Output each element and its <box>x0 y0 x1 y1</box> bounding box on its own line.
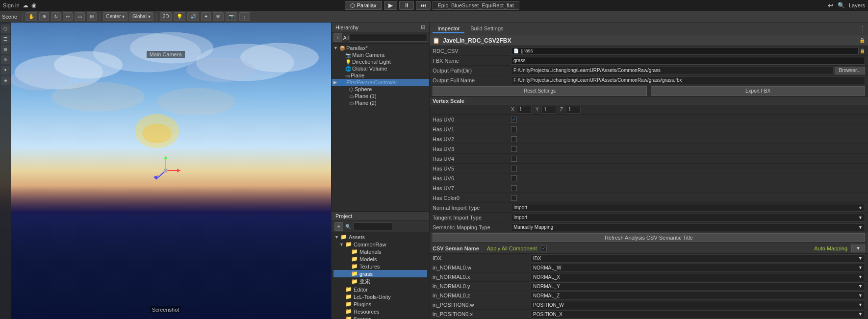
hand-tool[interactable]: ✋ <box>26 12 37 21</box>
rotate-tool[interactable]: ↻ <box>51 12 61 21</box>
nz-left: in_NORMAL0.z <box>433 293 531 298</box>
lt-btn-6[interactable]: ◈ <box>1 76 10 85</box>
pivot-btn[interactable]: Center ▾ <box>103 12 128 21</box>
tree-item-maincamera[interactable]: 📷 Main Camera <box>332 51 429 58</box>
tab-buildsettings[interactable]: Build Settings <box>465 25 508 33</box>
lt-btn-4[interactable]: ⊕ <box>1 55 10 64</box>
uv4-checkbox[interactable] <box>511 156 517 162</box>
analytics-icon[interactable]: ◉ <box>31 2 36 9</box>
rdccsv-lock[interactable]: 🔒 <box>860 49 865 53</box>
camera-btn[interactable]: 📷 <box>226 12 237 21</box>
project-add-btn[interactable]: + <box>334 222 343 231</box>
hide-btn[interactable]: 👁 <box>213 12 224 21</box>
uv1-checkbox[interactable] <box>511 126 517 132</box>
proj-lcl[interactable]: 📁 LcL-Tools-Unity <box>333 293 427 300</box>
pause-button[interactable]: ⏸ <box>399 1 414 10</box>
tree-item-plane2[interactable]: ▭ Plane (2) <box>332 99 429 106</box>
rdccsv-field[interactable]: 📄 grass <box>511 47 859 55</box>
play-button[interactable]: ▶ <box>384 1 397 10</box>
proj-textures[interactable]: 📁 Textures <box>333 263 427 270</box>
project-tab[interactable]: Epic_BlueSunset_EquiRect_flat <box>433 1 519 10</box>
sign-in-btn[interactable]: Sign in <box>3 2 20 8</box>
tree-item-parallax[interactable]: ▼ 📦 Parallax* <box>332 45 429 51</box>
lt-btn-3[interactable]: ⊞ <box>1 45 10 54</box>
scale-tool[interactable]: ⇔ <box>63 12 73 21</box>
uv5-checkbox[interactable] <box>511 166 517 172</box>
proj-grass[interactable]: 📁 grass <box>333 270 427 277</box>
step-button[interactable]: ⏭ <box>416 1 431 10</box>
hier-add-btn[interactable]: + <box>333 33 342 42</box>
tree-item-plane1[interactable]: ▭ Plane (1) <box>332 93 429 99</box>
hierarchy-scroll[interactable]: ▼ 📦 Parallax* 📷 Main Camera 💡 Directiona… <box>332 44 429 211</box>
lock-icon[interactable]: 🔒 <box>859 38 865 43</box>
proj-editor[interactable]: 📁 Editor <box>333 286 427 293</box>
y-input[interactable] <box>541 106 556 114</box>
proj-plugins[interactable]: 📁 Plugins <box>333 300 427 308</box>
parallax-arrow[interactable]: ▼ <box>333 46 339 50</box>
tree-item-dirlight[interactable]: 💡 Directional Light <box>332 58 429 65</box>
collab-icon[interactable]: ☁ <box>23 2 28 9</box>
game-tab[interactable]: ⬡ Parallax <box>345 1 382 10</box>
refresh-btn[interactable]: Refresh Analysis CSV Semantic Title <box>433 233 865 242</box>
proj-commonraw[interactable]: ▼ 📁 CommonRaw <box>333 241 427 248</box>
lt-btn-1[interactable]: ⬡ <box>1 25 10 33</box>
export-fbx-btn[interactable]: Export FBX <box>651 86 865 96</box>
proj-resources[interactable]: 📁 Resources <box>333 308 427 315</box>
lt-btn-2[interactable]: ☰ <box>1 35 10 44</box>
px-dropdown[interactable]: POSITION_X ▼ <box>531 310 865 319</box>
color0-checkbox[interactable] <box>511 195 517 201</box>
2d-btn[interactable]: 2D <box>160 12 172 21</box>
uv3-checkbox[interactable] <box>511 146 517 152</box>
uv6-checkbox[interactable] <box>511 175 517 181</box>
undo-icon[interactable]: ↩ <box>828 1 834 9</box>
tangent-dropdown[interactable]: Import ▼ <box>511 214 865 221</box>
z-input[interactable] <box>566 106 581 114</box>
auto-mapping-btn[interactable]: ▼ <box>851 245 865 252</box>
semantic-dropdown[interactable]: Manually Mapping ▼ <box>511 223 865 231</box>
uv2-checkbox[interactable] <box>511 136 517 142</box>
cr-arrow[interactable]: ▼ <box>339 242 345 247</box>
lt-btn-5[interactable]: ✦ <box>1 66 10 74</box>
more-scene-btn[interactable]: ⋮ <box>239 12 250 21</box>
hier-filter-all[interactable]: All <box>343 35 349 41</box>
idx-dropdown[interactable]: IDX ▼ <box>531 254 865 263</box>
proj-yasuo[interactable]: 📁 亚索 <box>333 277 427 286</box>
tree-item-sphere[interactable]: ⬡ Sphere <box>332 86 429 93</box>
proj-models[interactable]: 📁 Models <box>333 255 427 263</box>
fbxname-input[interactable] <box>511 57 865 65</box>
ny-dropdown[interactable]: NORMAL_Y ▼ <box>531 282 865 291</box>
apply-all-checkbox[interactable]: ✓ <box>541 245 547 251</box>
transform-tool[interactable]: ⊞ <box>87 12 97 21</box>
normal-dropdown[interactable]: Import ▼ <box>511 204 865 212</box>
effects-btn[interactable]: ✦ <box>201 12 211 21</box>
tree-item-fpc[interactable]: ▶ 👤 FirstPersonController <box>332 79 429 86</box>
x-input[interactable] <box>517 106 532 114</box>
tree-item-plane[interactable]: ▭ Plane <box>332 72 429 79</box>
proj-scenes[interactable]: 📁 Scenes <box>333 315 427 319</box>
nw-dropdown[interactable]: NORMAL_W ▼ <box>531 264 865 272</box>
nx-dropdown[interactable]: NORMAL_X ▼ <box>531 273 865 281</box>
tab-inspector[interactable]: Inspector <box>433 25 464 33</box>
audio-btn[interactable]: 🔊 <box>187 12 199 21</box>
reset-settings-btn[interactable]: Reset Settings <box>433 86 647 96</box>
global-btn[interactable]: Global ▾ <box>129 12 153 21</box>
nz-dropdown[interactable]: NORMAL_Z ▼ <box>531 292 865 300</box>
uv7-checkbox[interactable] <box>511 185 517 191</box>
assets-arrow[interactable]: ▼ <box>334 235 340 240</box>
pw-dropdown[interactable]: POSITION_W ▼ <box>531 301 865 309</box>
proj-assets[interactable]: ▼ 📁 Assets <box>333 233 427 241</box>
project-search-input[interactable] <box>353 222 392 230</box>
browser-btn[interactable]: Browser... <box>835 67 865 74</box>
inspector-options[interactable]: ⋮ <box>860 25 865 32</box>
move-tool[interactable]: ⊕ <box>39 12 49 21</box>
hier-search-input[interactable] <box>350 34 427 42</box>
search-icon[interactable]: 🔍 <box>838 2 845 9</box>
hierarchy-header[interactable]: Hierarchy ⊞ <box>332 23 429 32</box>
rect-tool[interactable]: ▭ <box>75 12 85 21</box>
hierarchy-close[interactable]: ⊞ <box>421 24 425 30</box>
tree-item-globalvol[interactable]: 🌐 Global Volume <box>332 65 429 72</box>
proj-materials[interactable]: 📁 Materials <box>333 248 427 255</box>
project-header[interactable]: Project <box>332 212 429 221</box>
uv0-checkbox[interactable]: ✓ <box>511 117 517 123</box>
light-btn[interactable]: 💡 <box>174 12 185 21</box>
